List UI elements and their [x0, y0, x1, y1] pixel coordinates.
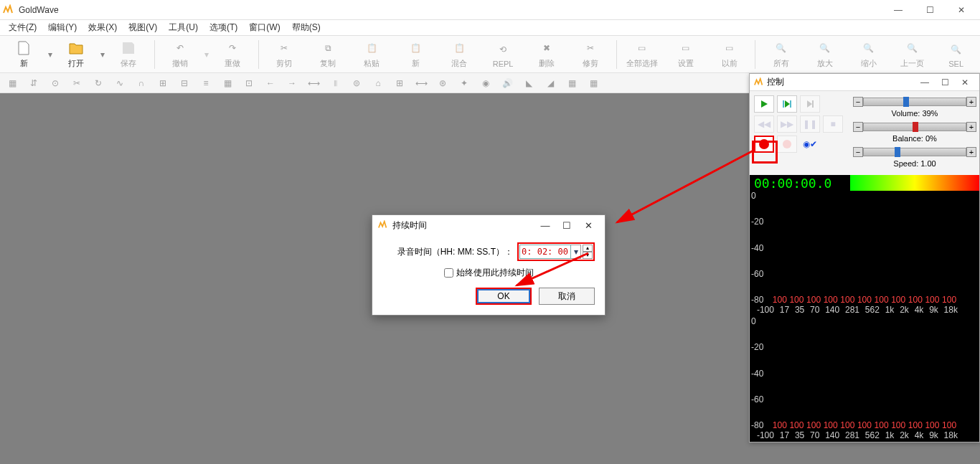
pause-button: ❚❚ — [800, 115, 820, 133]
record-button[interactable] — [754, 136, 774, 153]
effect-icon: ▦ — [564, 75, 580, 91]
speed-inc[interactable]: + — [966, 147, 976, 157]
effect-icon: ✂ — [69, 75, 85, 91]
effect-icon: ⊞ — [155, 75, 171, 91]
duration-input[interactable] — [519, 245, 571, 259]
menu-option[interactable]: 选项(T) — [204, 20, 243, 35]
volume-inc[interactable]: + — [966, 97, 976, 107]
control-logo-icon — [754, 77, 764, 87]
undo-icon: ↶ — [171, 39, 189, 57]
effect-icon: ✦ — [456, 75, 472, 91]
always-use-checkbox[interactable] — [444, 268, 453, 278]
control-titlebar: 控制 — ☐ ✕ — [750, 74, 979, 91]
toolbar-mix: 📋混合 — [440, 37, 479, 72]
copy-icon: ⧉ — [319, 39, 336, 57]
balance-inc[interactable]: + — [966, 122, 976, 132]
menu-window[interactable]: 窗口(W) — [243, 20, 286, 35]
menu-edit[interactable]: 编辑(Y) — [42, 20, 83, 35]
delete-icon: ✖ — [538, 39, 555, 57]
app-logo-icon — [3, 4, 14, 16]
toolbar-open[interactable]: 打开 — [57, 37, 96, 72]
control-maximize[interactable]: ☐ — [935, 77, 955, 87]
duration-dropdown[interactable]: ▾ — [571, 245, 581, 259]
toolbar-new[interactable]: 新 — [4, 37, 44, 72]
menu-view[interactable]: 视图(V) — [123, 20, 163, 35]
paste-new-icon: 📋 — [407, 39, 424, 57]
trim-icon: ✂ — [582, 39, 599, 57]
close-button[interactable]: ✕ — [946, 0, 977, 20]
duration-spin-down[interactable]: ▾ — [583, 252, 593, 259]
cancel-button[interactable]: 取消 — [539, 288, 595, 305]
speed-slider[interactable] — [863, 148, 966, 156]
balance-dec[interactable]: − — [853, 122, 863, 132]
spectrum-peak-row: 100100100100100100100100100100100 — [750, 420, 979, 430]
toolbar-all: 🔍所有 — [761, 37, 801, 72]
volume-thumb[interactable] — [903, 97, 909, 107]
effect-icon: ⫴ — [327, 75, 343, 91]
effect-icon: 🔊 — [499, 75, 515, 91]
main-titlebar: GoldWave — ☐ ✕ — [0, 0, 980, 20]
menu-effect[interactable]: 效果(X) — [83, 20, 123, 35]
toolbar-zoomin: 🔍放大 — [805, 37, 844, 72]
spectrum-freq-row: -1001735701402815621k2k4k9k18k — [750, 430, 979, 440]
play-sel-button[interactable] — [777, 95, 797, 113]
minimize-button[interactable]: — — [882, 0, 914, 20]
menu-help[interactable]: 帮助(S) — [286, 20, 326, 35]
record-sel-button — [777, 136, 797, 153]
volume-slider[interactable] — [863, 98, 966, 106]
effect-icon: ↻ — [90, 75, 106, 91]
menu-file[interactable]: 文件(Z) — [3, 20, 42, 35]
control-panel: 控制 — ☐ ✕ ◀◀ ▶▶ ❚❚ ■ ◉✔ − — [749, 73, 980, 442]
zoom-sel-icon: 🔍 — [948, 41, 965, 58]
dropdown-icon[interactable]: ▾ — [48, 49, 52, 60]
balance-thumb[interactable] — [913, 122, 918, 132]
toolbar-redo: ↷重做 — [213, 37, 253, 72]
effect-icon: ◉ — [478, 75, 494, 91]
toolbar-selectall: ▭全部选择 — [622, 37, 661, 72]
effect-icon: ⇵ — [26, 75, 42, 91]
toolbar-undo: ↶撤销 — [161, 37, 200, 72]
effect-icon: ▦ — [220, 75, 235, 91]
effect-icon: ← — [263, 75, 278, 91]
toolbar-cut: ✂剪切 — [265, 37, 304, 72]
record-icon — [759, 139, 769, 149]
toolbar-prevpage: 🔍上一页 — [892, 37, 932, 72]
transport-controls: ◀◀ ▶▶ ❚❚ ■ ◉✔ — [750, 91, 850, 175]
speed-thumb[interactable] — [895, 147, 900, 157]
dropdown-icon: ▾ — [204, 49, 209, 60]
zoom-in-icon: 🔍 — [816, 39, 834, 57]
menu-tool[interactable]: 工具(U) — [163, 20, 204, 35]
maximize-button[interactable]: ☐ — [914, 0, 946, 20]
dialog-close[interactable]: ✕ — [578, 220, 599, 231]
effect-icon: ⌂ — [370, 75, 386, 91]
volume-dec[interactable]: − — [853, 97, 863, 107]
loop-button[interactable]: ◉✔ — [800, 136, 820, 153]
balance-slider[interactable] — [863, 123, 966, 131]
ok-button[interactable]: OK — [476, 288, 532, 305]
redo-icon: ↷ — [224, 39, 241, 57]
dropdown-icon[interactable]: ▾ — [100, 49, 105, 60]
effect-icon: ≡ — [198, 75, 214, 91]
effect-icon: ⊡ — [241, 75, 257, 91]
effect-icon: ⟷ — [306, 75, 321, 91]
forward-button: ▶▶ — [777, 115, 797, 133]
duration-spin-up[interactable]: ▴ — [583, 245, 593, 252]
control-close[interactable]: ✕ — [955, 77, 975, 87]
replace-icon: ⟲ — [494, 41, 512, 58]
effect-icon: ⊛ — [435, 75, 451, 91]
effect-icon: ⊞ — [392, 75, 407, 91]
effect-icon: ◣ — [521, 75, 537, 91]
spectrum-right: 0-20-40-60-80 10010010010010010010010010… — [750, 316, 979, 442]
toolbar-repl: ⟲REPL — [484, 37, 523, 72]
speed-label: Speed: 1.00 — [853, 158, 976, 171]
toolbar-save: 保存 — [109, 37, 149, 72]
toolbar-paste: 📋粘贴 — [352, 37, 392, 72]
speed-dec[interactable]: − — [853, 147, 863, 157]
level-meter — [850, 175, 979, 191]
spectrum-db-ticks: 0-20-40-60-80 — [751, 316, 763, 430]
play-button[interactable] — [754, 95, 774, 113]
control-minimize[interactable]: — — [915, 77, 935, 87]
dialog-maximize[interactable]: ☐ — [556, 220, 578, 231]
spectrum-peak-row: 100100100100100100100100100100100 — [750, 295, 979, 305]
dialog-minimize[interactable]: — — [534, 220, 556, 231]
